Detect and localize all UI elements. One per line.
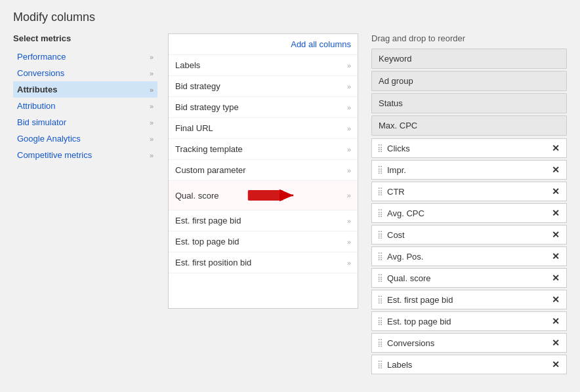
sidebar-item-competitive-metrics[interactable]: Competitive metrics»: [13, 147, 157, 163]
drag-item-label: Avg. CPC: [387, 208, 550, 218]
middle-item-est-top-page-bid[interactable]: Est. top page bid »: [169, 231, 358, 252]
drag-item-conversions[interactable]: ⣿ Conversions ✕: [371, 333, 567, 353]
add-arrow-icon: »: [347, 62, 351, 69]
add-arrow-icon: »: [347, 167, 351, 174]
remove-item-button[interactable]: ✕: [550, 229, 561, 240]
sidebar-item-bid-simulator[interactable]: Bid simulator»: [13, 114, 157, 130]
sidebar-link[interactable]: Bid simulator: [17, 117, 66, 127]
drag-handle-icon: ⣿: [377, 338, 383, 347]
fixed-items-list: KeywordAd groupStatusMax. CPC: [371, 49, 567, 136]
middle-item-bid-strategy[interactable]: Bid strategy »: [169, 76, 358, 97]
drag-handle-icon: ⣿: [377, 317, 383, 326]
add-all-button[interactable]: Add all columns: [291, 39, 351, 49]
sidebar-label: Attributes: [17, 85, 57, 94]
drag-item-ctr[interactable]: ⣿ CTR ✕: [371, 182, 567, 201]
middle-item-bid-strategy-type[interactable]: Bid strategy type »: [169, 97, 358, 118]
sidebar-link[interactable]: Performance: [17, 52, 66, 62]
red-arrow-annotation: [247, 186, 299, 205]
middle-list: Labels » Bid strategy » Bid strategy typ…: [169, 55, 358, 308]
remove-item-button[interactable]: ✕: [550, 316, 561, 326]
drag-item-label: Impr.: [387, 165, 550, 175]
sidebar-link[interactable]: Competitive metrics: [17, 150, 92, 160]
middle-item-est-first-page-bid[interactable]: Est. first page bid »: [169, 210, 358, 231]
add-arrow-icon: »: [347, 125, 351, 132]
add-arrow-icon: »: [347, 191, 351, 199]
chevron-icon: »: [150, 102, 154, 110]
drag-item-label: Conversions: [387, 338, 550, 348]
drag-items-list: ⣿ Clicks ✕ ⣿ Impr. ✕ ⣿ CTR ✕ ⣿ Avg. CPC …: [371, 138, 567, 374]
sidebar: Select metrics Performance»Conversions»A…: [13, 33, 157, 378]
add-arrow-icon: »: [347, 146, 351, 153]
fixed-item-status: Status: [371, 93, 567, 113]
middle-item-est-first-position-bid[interactable]: Est. first position bid »: [169, 252, 358, 273]
middle-item-label: Est. first page bid: [175, 216, 241, 225]
drag-item-label: Avg. Pos.: [387, 252, 550, 262]
middle-item-qual-score[interactable]: Qual. score »: [169, 181, 358, 210]
drag-item-label: CTR: [387, 187, 550, 197]
sidebar-item-attribution[interactable]: Attribution»: [13, 98, 157, 114]
remove-item-button[interactable]: ✕: [550, 186, 561, 197]
drag-item-impr[interactable]: ⣿ Impr. ✕: [371, 160, 567, 180]
drag-item-label: Qual. score: [387, 273, 550, 283]
add-arrow-icon: »: [347, 217, 351, 225]
drag-item-clicks[interactable]: ⣿ Clicks ✕: [371, 138, 567, 158]
sidebar-link[interactable]: Google Analytics: [17, 134, 81, 144]
drag-item-label: Cost: [387, 230, 550, 240]
middle-item-label: Est. top page bid: [175, 237, 239, 246]
fixed-item-max-cpc: Max. CPC: [371, 115, 567, 136]
middle-item-label: Labels: [175, 60, 200, 70]
right-panel: Drag and drop to reorder KeywordAd group…: [371, 33, 567, 378]
fixed-item-keyword: Keyword: [371, 49, 567, 69]
drag-item-est-first-page-bid[interactable]: ⣿ Est. first page bid ✕: [371, 290, 567, 309]
drag-item-label: Clicks: [387, 144, 550, 153]
drag-handle-icon: ⣿: [377, 165, 383, 174]
remove-item-button[interactable]: ✕: [550, 294, 561, 305]
drag-item-avg-cpc[interactable]: ⣿ Avg. CPC ✕: [371, 203, 567, 223]
add-arrow-icon: »: [347, 238, 351, 246]
drag-handle-icon: ⣿: [377, 144, 383, 153]
drag-item-cost[interactable]: ⣿ Cost ✕: [371, 225, 567, 245]
middle-item-label: Qual. score: [175, 191, 218, 201]
drag-handle-icon: ⣿: [377, 273, 383, 283]
drag-item-est-top-page-bid[interactable]: ⣿ Est. top page bid ✕: [371, 311, 567, 331]
drag-handle-icon: ⣿: [377, 360, 383, 369]
sidebar-item-performance[interactable]: Performance»: [13, 49, 157, 65]
remove-item-button[interactable]: ✕: [550, 251, 561, 262]
middle-item-label: Bid strategy type: [175, 102, 239, 112]
middle-header: Add all columns: [169, 34, 358, 55]
chevron-icon: »: [150, 119, 154, 127]
remove-item-button[interactable]: ✕: [550, 338, 561, 348]
middle-item-labels[interactable]: Labels »: [169, 55, 358, 76]
middle-item-label: Tracking template: [175, 144, 243, 154]
svg-rect-1: [248, 190, 283, 201]
sidebar-link[interactable]: Conversions: [17, 68, 64, 78]
drag-item-qual-score[interactable]: ⣿ Qual. score ✕: [371, 268, 567, 288]
drag-item-drag-labels[interactable]: ⣿ Labels ✕: [371, 355, 567, 374]
remove-item-button[interactable]: ✕: [550, 208, 561, 218]
drag-item-avg-pos[interactable]: ⣿ Avg. Pos. ✕: [371, 246, 567, 266]
middle-item-label: Est. first position bid: [175, 258, 251, 267]
middle-panel: Add all columns Labels » Bid strategy » …: [168, 33, 358, 309]
chevron-icon: »: [150, 151, 154, 159]
remove-item-button[interactable]: ✕: [550, 273, 561, 283]
drag-item-label: Labels: [387, 360, 550, 370]
remove-item-button[interactable]: ✕: [550, 359, 561, 370]
middle-item-tracking-template[interactable]: Tracking template »: [169, 139, 358, 160]
sidebar-link[interactable]: Attribution: [17, 101, 56, 111]
drag-handle-icon: ⣿: [377, 252, 383, 261]
remove-item-button[interactable]: ✕: [550, 165, 561, 175]
sidebar-item-google-analytics[interactable]: Google Analytics»: [13, 130, 157, 147]
add-arrow-icon: »: [347, 104, 351, 111]
drag-handle-icon: ⣿: [377, 295, 383, 304]
drag-handle-icon: ⣿: [377, 208, 383, 218]
drag-item-label: Est. top page bid: [387, 317, 550, 326]
sidebar-item-attributes[interactable]: Attributes»: [13, 81, 157, 98]
middle-item-custom-parameter[interactable]: Custom parameter »: [169, 160, 358, 181]
chevron-icon: »: [150, 135, 154, 143]
sidebar-item-conversions[interactable]: Conversions»: [13, 65, 157, 81]
sidebar-items-list: Performance»Conversions»Attributes»Attri…: [13, 49, 157, 163]
middle-item-final-url[interactable]: Final URL »: [169, 118, 358, 139]
remove-item-button[interactable]: ✕: [550, 143, 561, 153]
chevron-icon: »: [150, 69, 154, 77]
fixed-item-ad-group: Ad group: [371, 71, 567, 91]
